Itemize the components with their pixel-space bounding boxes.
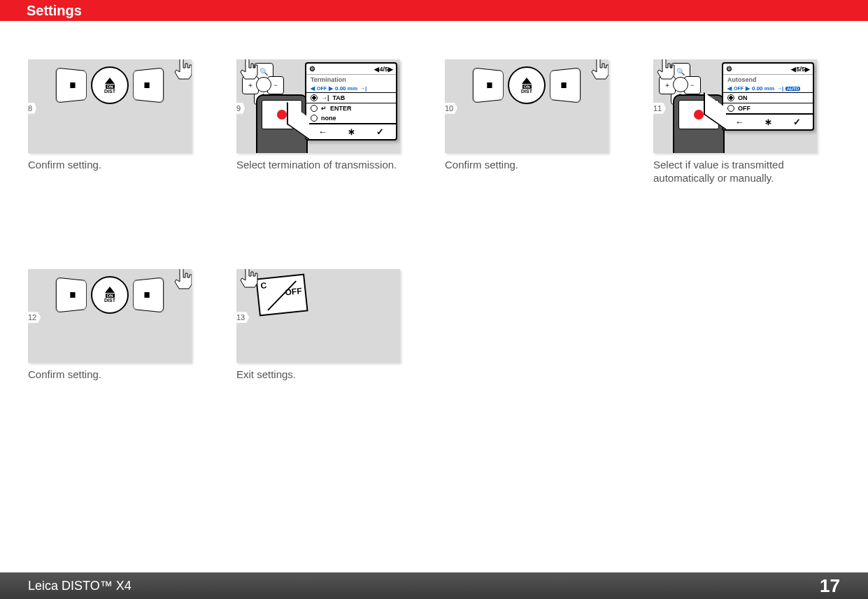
check-icon: ✓ — [376, 127, 384, 137]
on-dist-button: ON DIST — [91, 66, 129, 104]
option-none: none — [306, 113, 396, 123]
hand-pointer-icon — [236, 59, 261, 82]
screen-bottom-bar: ←∗✓ — [306, 123, 396, 139]
step-row-1: 8 ON DIST Confirm setting. 9 — [28, 59, 840, 185]
screen-title: Autosend — [723, 75, 813, 85]
step-caption: Select termination of transmission. — [236, 159, 404, 172]
footer-bar: Leica DISTO™ X4 17 — [0, 572, 868, 599]
step-number: 10 — [445, 103, 457, 114]
hand-pointer-icon — [236, 269, 261, 290]
hand-pointer-icon — [584, 59, 609, 82]
back-icon: ← — [318, 127, 327, 137]
content-area: 8 ON DIST Confirm setting. 9 — [28, 59, 840, 465]
step-row-2: 12 ON DIST Confirm setting. — [28, 269, 840, 382]
product-name: Leica DISTO™ X4 — [28, 579, 131, 593]
screen-value: ◀ OFF ▶ 0.00 mm →| — [306, 85, 396, 92]
hand-pointer-icon — [167, 59, 192, 82]
hand-pointer-icon — [167, 269, 192, 291]
step-9-illustration: 9 🔍 ⏱ ＋ － ⚙ ◀4/5▶ — [236, 59, 400, 153]
step-11-illustration: 11 🔍 ⏱ ＋ － ⚙ ◀5/5 — [653, 59, 817, 153]
step-12-illustration: 12 ON DIST — [28, 269, 192, 363]
step-number: 12 — [28, 312, 41, 323]
step-caption: Confirm setting. — [28, 368, 196, 382]
on-dist-button: ON DIST — [91, 276, 129, 314]
dist-label: DIST — [521, 89, 532, 94]
hand-pointer-icon — [653, 59, 678, 82]
step-10-illustration: 10 ON DIST — [445, 59, 609, 153]
screen-popup-termination: ⚙ ◀4/5▶ Termination ◀ OFF ▶ 0.00 mm →| →… — [305, 62, 397, 140]
step-13-illustration: 13 C OFF — [236, 269, 400, 363]
step-number: 13 — [236, 312, 249, 323]
page-title: Settings — [27, 3, 82, 19]
step-9: 9 🔍 ⏱ ＋ － ⚙ ◀4/5▶ — [236, 59, 404, 185]
left-square-button — [56, 277, 87, 312]
option-tab: →|TAB — [306, 92, 396, 103]
right-square-button — [133, 67, 164, 103]
gear-icon: ⚙ — [309, 65, 315, 73]
dist-label: DIST — [104, 89, 115, 94]
left-square-button — [473, 67, 504, 103]
check-icon: ✓ — [793, 117, 801, 127]
step-8: 8 ON DIST Confirm setting. — [28, 59, 196, 185]
left-square-button — [56, 67, 87, 103]
dist-button-panel: ON DIST — [56, 66, 164, 104]
dist-button-panel: ON DIST — [56, 276, 164, 314]
screen-popup-autosend: ⚙ ◀5/5▶ Autosend ◀ OFF ▶ 0.00 mm →| AUTO… — [722, 62, 814, 131]
screen-page-indicator: ◀4/5▶ — [374, 66, 393, 73]
c-off-button: C OFF — [255, 273, 308, 316]
step-12: 12 ON DIST Confirm setting. — [28, 269, 196, 382]
dist-label: DIST — [104, 298, 115, 303]
option-on: ON — [723, 92, 813, 103]
on-dist-button: ON DIST — [508, 66, 546, 104]
bluetooth-icon: ∗ — [348, 127, 355, 137]
bluetooth-icon: ∗ — [764, 117, 772, 127]
screen-bottom-bar: ←∗✓ — [723, 113, 813, 129]
right-square-button — [133, 277, 164, 312]
page-number: 17 — [820, 575, 840, 597]
dist-button-panel: ON DIST — [473, 66, 581, 104]
screen-title: Termination — [306, 75, 396, 85]
screen-value: ◀ OFF ▶ 0.00 mm →| AUTO — [723, 85, 813, 92]
option-off: OFF — [723, 103, 813, 113]
step-10: 10 ON DIST Confirm setting. — [445, 59, 613, 185]
step-caption: Confirm setting. — [28, 159, 196, 172]
right-square-button — [550, 67, 581, 103]
step-8-illustration: 8 ON DIST — [28, 59, 192, 153]
screen-page-indicator: ◀5/5▶ — [791, 66, 810, 73]
step-caption: Confirm setting. — [445, 159, 613, 172]
option-enter: ↵ENTER — [306, 103, 396, 113]
step-caption: Select if value is transmitted automatic… — [653, 159, 821, 185]
step-11: 11 🔍 ⏱ ＋ － ⚙ ◀5/5 — [653, 59, 821, 185]
gear-icon: ⚙ — [726, 65, 732, 73]
back-icon: ← — [735, 117, 744, 127]
step-number: 8 — [28, 103, 36, 114]
header-bar: Settings — [0, 0, 868, 21]
step-caption: Exit settings. — [236, 368, 404, 382]
step-13: 13 C OFF Exit settings. — [236, 269, 404, 382]
